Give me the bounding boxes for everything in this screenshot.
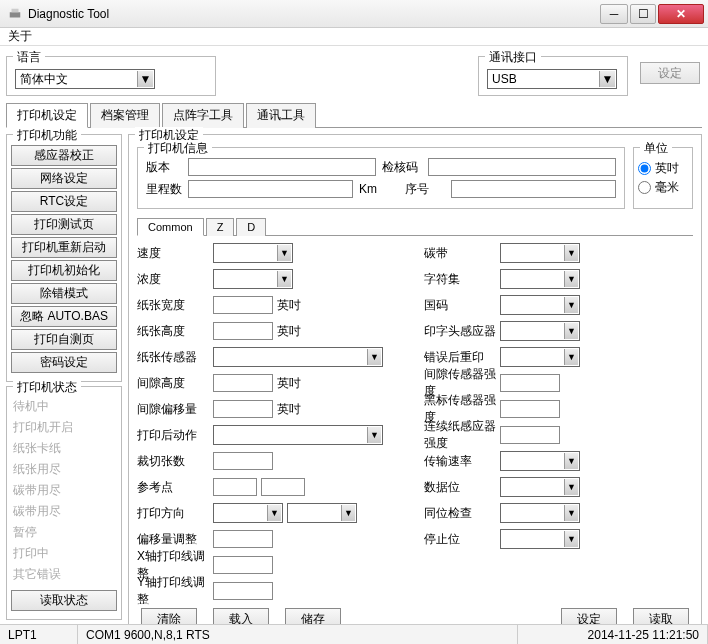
param-l-1-field[interactable]: ▼: [213, 269, 293, 289]
serial-field[interactable]: [451, 180, 616, 198]
status-item-1: 打印机开启: [11, 418, 117, 437]
param-row: 间隙传感器强度: [424, 372, 693, 394]
fn-button-0[interactable]: 感应器校正: [11, 145, 117, 166]
fn-button-1[interactable]: 网络设定: [11, 168, 117, 189]
chevron-down-icon: ▼: [564, 531, 578, 547]
param-row: 纸张宽度英吋: [137, 294, 406, 316]
param-l-6-field[interactable]: [213, 400, 273, 418]
read-status-button[interactable]: 读取状态: [11, 590, 117, 611]
param-r-0-field[interactable]: ▼: [500, 243, 580, 263]
svg-rect-1: [12, 8, 19, 12]
fn-button-3[interactable]: 打印测试页: [11, 214, 117, 235]
menubar: 关于: [0, 28, 708, 46]
param-r-8-field[interactable]: ▼: [500, 451, 580, 471]
param-l-0-field[interactable]: ▼: [213, 243, 293, 263]
fn-button-4[interactable]: 打印机重新启动: [11, 237, 117, 258]
param-l-5-field[interactable]: [213, 374, 273, 392]
param-row: Y轴打印线调整: [137, 580, 406, 602]
main-tab-3[interactable]: 通讯工具: [246, 103, 316, 128]
status-item-7: 打印中: [11, 544, 117, 563]
language-group: 语言 简体中文 ▼: [6, 56, 216, 96]
sub-tabs: CommonZD: [137, 217, 693, 236]
comm-label: 通讯接口: [485, 49, 541, 66]
chevron-down-icon: ▼: [564, 245, 578, 261]
param-row: 国码▼: [424, 294, 693, 316]
printer-settings-group: 打印机设定 打印机信息 版本 检核码 里程数 Km: [128, 134, 702, 644]
param-r-4-field[interactable]: ▼: [500, 347, 580, 367]
sub-tab-1[interactable]: Z: [206, 218, 235, 236]
statusbar-conn: COM1 9600,N,8,1 RTS: [78, 625, 518, 644]
param-l-9-field[interactable]: [261, 478, 305, 496]
sub-tab-0[interactable]: Common: [137, 218, 204, 236]
comm-group: 通讯接口 USB ▼: [478, 56, 628, 96]
printer-info-group: 打印机信息 版本 检核码 里程数 Km 序号: [137, 147, 625, 209]
close-button[interactable]: ✕: [658, 4, 704, 24]
param-row: 参考点: [137, 476, 406, 498]
param-r-10-field[interactable]: ▼: [500, 503, 580, 523]
statusbar-port: LPT1: [0, 625, 78, 644]
main-tab-2[interactable]: 点阵字工具: [162, 103, 244, 128]
statusbar: LPT1 COM1 9600,N,8,1 RTS 2014-11-25 11:2…: [0, 624, 708, 644]
app-icon: [8, 7, 22, 21]
comm-select[interactable]: USB ▼: [487, 69, 617, 89]
param-row: 黑标传感器强度: [424, 398, 693, 420]
fn-button-8[interactable]: 打印自测页: [11, 329, 117, 350]
chevron-down-icon: ▼: [564, 323, 578, 339]
param-l-9-field[interactable]: [213, 478, 257, 496]
fn-button-2[interactable]: RTC设定: [11, 191, 117, 212]
param-l-4-field[interactable]: ▼: [213, 347, 383, 367]
param-r-7-field[interactable]: [500, 426, 560, 444]
fn-button-7[interactable]: 忽略 AUTO.BAS: [11, 306, 117, 327]
minimize-button[interactable]: ─: [600, 4, 628, 24]
param-row: 浓度▼: [137, 268, 406, 290]
printer-status-group: 打印机状态 待机中打印机开启纸张卡纸纸张用尽碳带用尽碳带用尽暂停打印中其它错误 …: [6, 386, 122, 620]
chevron-down-icon: ▼: [564, 453, 578, 469]
param-l-13-field[interactable]: [213, 582, 273, 600]
param-r-1-field[interactable]: ▼: [500, 269, 580, 289]
menu-about[interactable]: 关于: [8, 28, 32, 45]
chevron-down-icon: ▼: [341, 505, 355, 521]
window-title: Diagnostic Tool: [28, 7, 598, 21]
maximize-button[interactable]: ☐: [630, 4, 656, 24]
param-r-2-field[interactable]: ▼: [500, 295, 580, 315]
param-r-5-field[interactable]: [500, 374, 560, 392]
param-row: 碳带▼: [424, 242, 693, 264]
param-row: 纸张高度英吋: [137, 320, 406, 342]
param-row: 间隙高度英吋: [137, 372, 406, 394]
param-row: X轴打印线调整: [137, 554, 406, 576]
param-r-9-field[interactable]: ▼: [500, 477, 580, 497]
param-r-3-field[interactable]: ▼: [500, 321, 580, 341]
unit-mm-radio[interactable]: [638, 181, 651, 194]
param-r-6-field[interactable]: [500, 400, 560, 418]
checksum-field[interactable]: [428, 158, 616, 176]
param-l-2-field[interactable]: [213, 296, 273, 314]
sub-tab-2[interactable]: D: [236, 218, 266, 236]
param-l-3-field[interactable]: [213, 322, 273, 340]
chevron-down-icon: ▼: [564, 505, 578, 521]
fn-button-5[interactable]: 打印机初始化: [11, 260, 117, 281]
printer-fn-group: 打印机功能 感应器校正网络设定RTC设定打印测试页打印机重新启动打印机初始化除错…: [6, 134, 122, 382]
chevron-down-icon: ▼: [599, 71, 615, 87]
printer-fn-title: 打印机功能: [13, 127, 81, 144]
language-select[interactable]: 简体中文 ▼: [15, 69, 155, 89]
param-l-10-field[interactable]: ▼: [287, 503, 357, 523]
param-l-10-field[interactable]: ▼: [213, 503, 283, 523]
param-r-11-field[interactable]: ▼: [500, 529, 580, 549]
param-row: 纸张传感器▼: [137, 346, 406, 368]
param-l-8-field[interactable]: [213, 452, 273, 470]
param-l-7-field[interactable]: ▼: [213, 425, 383, 445]
main-tab-1[interactable]: 档案管理: [90, 103, 160, 128]
chevron-down-icon: ▼: [367, 349, 381, 365]
fn-button-6[interactable]: 除错模式: [11, 283, 117, 304]
main-tab-0[interactable]: 打印机设定: [6, 103, 88, 128]
chevron-down-icon: ▼: [564, 479, 578, 495]
param-l-12-field[interactable]: [213, 556, 273, 574]
unit-inch-radio[interactable]: [638, 162, 651, 175]
set-button[interactable]: 设定: [640, 62, 700, 84]
mileage-field[interactable]: [188, 180, 353, 198]
svg-rect-0: [10, 12, 21, 17]
version-field[interactable]: [188, 158, 376, 176]
status-item-8: 其它错误: [11, 565, 117, 584]
param-l-11-field[interactable]: [213, 530, 273, 548]
fn-button-9[interactable]: 密码设定: [11, 352, 117, 373]
